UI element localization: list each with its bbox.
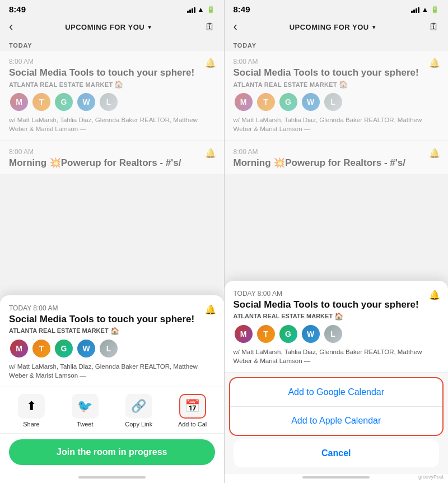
right-event-1: 🔔 8:00 AM Social Media Tools to touch yo… — [225, 51, 449, 140]
event-time-2: 8:00 AM — [9, 148, 215, 156]
event-participants-1: w/ Matt LaMarsh, Tahlia Diaz, Glennda Ba… — [9, 115, 215, 133]
sheet-from: ATLANTA REAL ESTATE MARKET 🏠 — [9, 327, 215, 335]
tweet-label: Tweet — [77, 421, 93, 428]
right-signal-icon — [411, 6, 419, 13]
add-google-calendar-button[interactable]: Add to Google Calendar — [230, 378, 443, 407]
left-back-button[interactable]: ‹ — [9, 20, 13, 34]
share-button[interactable]: ⬆ Share — [15, 394, 48, 428]
bell-icon-1[interactable]: 🔔 — [205, 58, 216, 68]
sheet-event-time: TODAY 8:00 AM — [9, 304, 215, 312]
left-panel: 8:49 ▲ 🔋 ‹ UPCOMING FOR YOU ▼ 🗓 TODAY 🔔 … — [0, 0, 224, 483]
sheet-avatar-1: M — [9, 338, 29, 359]
right-sheet-event-info: 🔔 TODAY 8:00 AM Social Media Tools to to… — [225, 290, 449, 373]
copy-link-icon: 🔗 — [125, 394, 152, 419]
right-cal-modal-wrapper: Add to Google Calendar Add to Apple Cale… — [225, 373, 449, 474]
sheet-bell-icon[interactable]: 🔔 — [205, 304, 216, 315]
share-icon: ⬆ — [18, 394, 45, 419]
right-sheet-bell: 🔔 — [429, 290, 440, 300]
tweet-icon: 🐦 — [72, 394, 99, 419]
right-avatar-group-1: M T G W L — [234, 92, 440, 112]
left-calendar-icon[interactable]: 🗓 — [205, 21, 215, 33]
right-today-label: TODAY — [225, 39, 449, 51]
watermark: groovyPost — [418, 474, 444, 480]
signal-icon — [187, 6, 195, 13]
right-status-icons: ▲ 🔋 — [411, 6, 439, 13]
copy-link-label: Copy Link — [125, 421, 152, 428]
right-calendar-icon[interactable]: 🗓 — [429, 21, 439, 33]
sheet-event-title: Social Media Tools to touch your sphere! — [9, 313, 215, 325]
right-home-bar — [302, 476, 370, 479]
right-cal-options: Add to Google Calendar Add to Apple Cale… — [229, 377, 444, 436]
join-button[interactable]: Join the room in progress — [9, 439, 215, 465]
right-header-title: UPCOMING FOR YOU ▼ — [290, 23, 377, 31]
sheet-house-icon: 🏠 — [110, 327, 119, 335]
tweet-button[interactable]: 🐦 Tweet — [68, 394, 102, 428]
right-bottom-sheet: 🔔 TODAY 8:00 AM Social Media Tools to to… — [225, 281, 449, 483]
left-header: ‹ UPCOMING FOR YOU ▼ 🗓 — [0, 16, 224, 39]
sheet-avatar-group: M T G W L — [9, 338, 215, 359]
sheet-avatar-3: G — [54, 338, 74, 359]
avatar-2: T — [31, 92, 52, 112]
left-today-label: TODAY — [0, 39, 224, 51]
cal-cancel-button[interactable]: Cancel — [234, 439, 440, 467]
avatar-1: M — [9, 92, 29, 112]
right-event-2: 🔔 8:00 AM Morning 💥Powerup for Realtors … — [225, 141, 449, 174]
left-header-title: UPCOMING FOR YOU ▼ — [65, 23, 153, 31]
left-home-bar — [78, 476, 146, 479]
sheet-avatar-5: L — [99, 338, 119, 359]
left-status-bar: 8:49 ▲ 🔋 — [0, 0, 224, 16]
bell-icon-2[interactable]: 🔔 — [205, 148, 216, 159]
right-battery-icon: 🔋 — [431, 6, 439, 13]
left-bottom-sheet: 🔔 TODAY 8:00 AM Social Media Tools to to… — [0, 295, 224, 483]
left-status-icons: ▲ 🔋 — [187, 6, 215, 13]
sheet-avatar-2: T — [31, 338, 52, 359]
avatar-5: L — [99, 92, 119, 112]
right-sheet-avatars: M T G W L — [234, 324, 440, 344]
left-sheet-event-info: 🔔 TODAY 8:00 AM Social Media Tools to to… — [0, 304, 224, 387]
left-time: 8:49 — [9, 4, 26, 14]
avatar-3: G — [54, 92, 74, 112]
add-to-cal-button[interactable]: 📅 Add to Cal — [176, 394, 209, 428]
share-label: Share — [23, 421, 39, 428]
event-time-1: 8:00 AM — [9, 58, 215, 66]
right-time: 8:49 — [234, 4, 250, 14]
add-to-cal-label: Add to Cal — [178, 421, 207, 428]
left-event-1[interactable]: 🔔 8:00 AM Social Media Tools to touch yo… — [0, 51, 224, 140]
right-wifi-icon: ▲ — [422, 6, 428, 13]
right-panel: 8:49 ▲ 🔋 ‹ UPCOMING FOR YOU ▼ 🗓 TODAY 🔔 … — [225, 0, 449, 483]
event-title-2: Morning 💥Powerup for Realtors - #'s/ — [9, 157, 215, 169]
event-title-1: Social Media Tools to touch your sphere! — [9, 67, 215, 78]
right-header: ‹ UPCOMING FOR YOU ▼ 🗓 — [225, 16, 449, 39]
avatar-group-1: M T G W L — [9, 92, 215, 112]
left-event-2[interactable]: 🔔 8:00 AM Morning 💥Powerup for Realtors … — [0, 141, 224, 174]
wifi-icon: ▲ — [198, 6, 204, 13]
add-apple-calendar-button[interactable]: Add to Apple Calendar — [230, 407, 443, 435]
house-icon-1: 🏠 — [114, 80, 123, 89]
right-status-bar: 8:49 ▲ 🔋 — [225, 0, 449, 16]
sheet-participants: w/ Matt LaMarsh, Tahlia Diaz, Glennda Ba… — [9, 362, 215, 380]
right-back-button[interactable]: ‹ — [234, 20, 237, 34]
right-bell-icon-1: 🔔 — [429, 58, 440, 68]
left-home-indicator — [0, 474, 224, 483]
battery-icon: 🔋 — [207, 6, 215, 13]
event-from-1: ATLANTA REAL ESTATE MARKET 🏠 — [9, 80, 215, 89]
left-action-row: ⬆ Share 🐦 Tweet 🔗 Copy Link 📅 Add to Cal — [0, 387, 224, 434]
right-home-indicator — [225, 474, 449, 483]
avatar-4: W — [76, 92, 96, 112]
copy-link-button[interactable]: 🔗 Copy Link — [122, 394, 156, 428]
sheet-avatar-4: W — [76, 338, 96, 359]
add-to-cal-icon: 📅 — [179, 394, 206, 419]
